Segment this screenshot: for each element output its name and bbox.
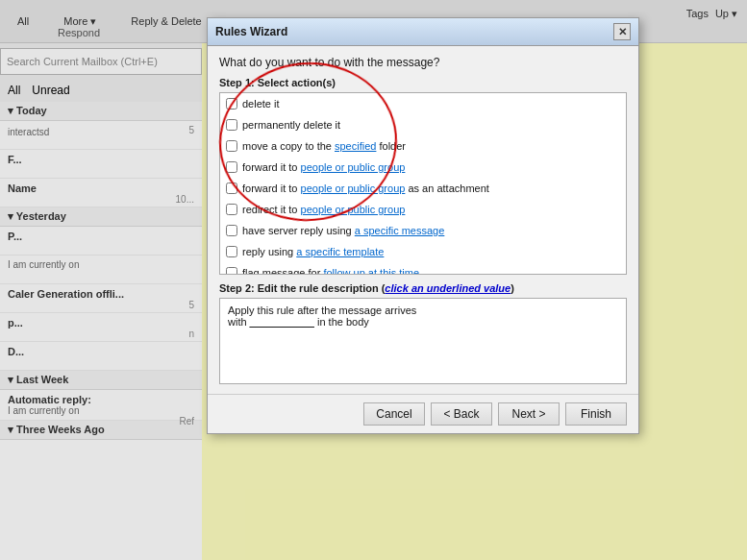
list-item[interactable]: move a copy to the specified folder [220,135,626,157]
specified-link[interactable]: specified [335,140,376,152]
list-item[interactable]: flag message for follow up at this time [220,262,626,275]
modal-body: What do you want to do with the message?… [208,46,638,394]
back-button[interactable]: < Back [431,402,492,426]
rule-line1: Apply this rule after the message arrive… [228,304,618,316]
finish-button[interactable]: Finish [565,402,627,426]
step1-label: Step 1: Select action(s) [219,77,627,88]
close-button[interactable]: ✕ [613,23,631,40]
checkbox-label: redirect it to people or public group [242,201,405,218]
checkbox-redirect-to[interactable] [226,204,237,215]
people-group-link-1[interactable]: people or public group [301,161,406,173]
list-item[interactable]: forward it to people or public group as … [220,178,626,199]
list-item[interactable]: have server reply using a specific messa… [220,220,626,241]
rule-line2-prefix: with [228,316,250,328]
checkbox-move-copy[interactable] [226,140,237,152]
step2-hint: click an underlined value [385,282,510,294]
checkbox-list[interactable]: delete it permanently delete it move a c… [219,92,627,275]
rule-blank-link[interactable]: ___________ [250,316,314,328]
cancel-button[interactable]: Cancel [363,402,425,426]
list-item[interactable]: forward it to people or public group [220,157,626,178]
list-item[interactable]: redirect it to people or public group [220,199,626,220]
checkbox-delete-it[interactable] [226,98,237,110]
people-group-link-3[interactable]: people or public group [301,204,406,215]
step2-label-text: Step 2: Edit the rule description ( [219,282,385,294]
checkbox-label: delete it [242,95,280,112]
checkbox-label: have server reply using a specific messa… [242,222,444,239]
step2-label: Step 2: Edit the rule description (click… [219,282,627,294]
specific-message-link-1[interactable]: a specific message [355,225,445,236]
rule-line2: with ___________ in the body [228,316,618,328]
list-item[interactable]: reply using a specific template [220,241,626,262]
people-group-link-2[interactable]: people or public group [301,183,406,194]
follow-up-link[interactable]: follow up at this time [323,267,419,275]
step2-container: Step 2: Edit the rule description (click… [219,282,627,384]
next-button[interactable]: Next > [498,402,560,426]
step2-description-box[interactable]: Apply this rule after the message arrive… [219,298,627,384]
checkbox-label: permanently delete it [242,116,340,134]
step2-label-close: ) [510,282,514,294]
modal-footer: Cancel < Back Next > Finish [208,394,638,433]
checkbox-flag-message[interactable] [226,267,237,275]
rule-line2-suffix: in the body [314,316,369,328]
list-item[interactable]: delete it [220,93,626,114]
checkbox-forward-to[interactable] [226,161,237,173]
checkbox-server-reply[interactable] [226,225,237,236]
checkbox-label: forward it to people or public group [242,158,405,176]
modal-title: Rules Wizard [215,25,287,38]
modal-titlebar: Rules Wizard ✕ [208,18,638,46]
checkbox-label: reply using a specific template [242,243,384,260]
wizard-question: What do you want to do with the message? [219,56,627,69]
specific-template-link[interactable]: a specific template [296,246,384,257]
checkbox-label: forward it to people or public group as … [242,180,489,197]
checkbox-permanently-delete[interactable] [226,119,237,131]
rules-wizard-modal: Rules Wizard ✕ What do you want to do wi… [207,17,639,434]
checkbox-label: flag message for follow up at this time [242,264,419,275]
checkbox-label: move a copy to the specified folder [242,137,406,155]
checkbox-forward-attachment[interactable] [226,183,237,194]
checkbox-reply-using[interactable] [226,246,237,257]
list-item[interactable]: permanently delete it [220,114,626,135]
